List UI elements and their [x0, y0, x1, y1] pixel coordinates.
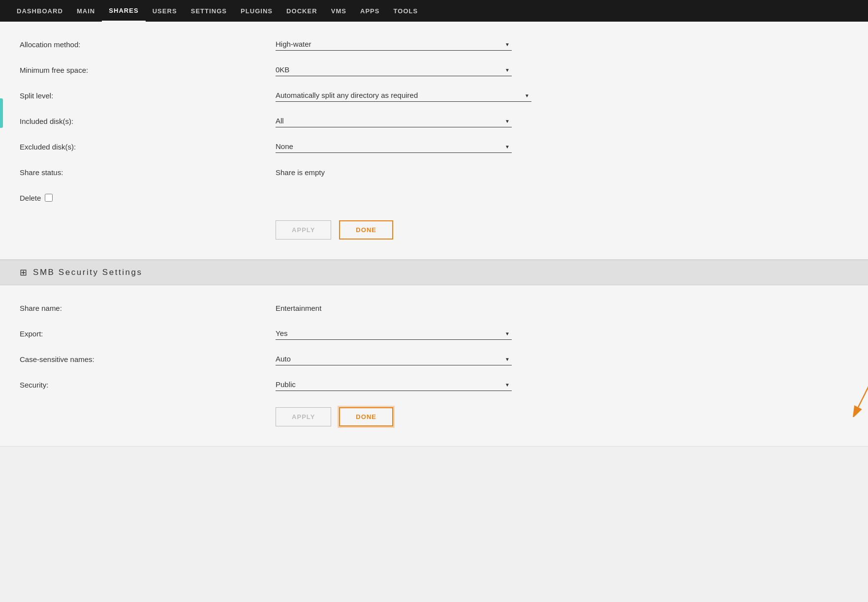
case-sensitive-select-wrapper: Auto Yes No ▼ [276, 353, 512, 365]
nav-dashboard[interactable]: DASHBOARD [10, 0, 70, 22]
share-name-row: Share name: Entertainment [20, 295, 848, 321]
delete-text: Delete [20, 194, 41, 202]
share-status-row: Share status: Share is empty [20, 159, 848, 185]
security-label: Security: [20, 381, 276, 389]
share-name-label: Share name: [20, 304, 276, 312]
minimum-free-space-row: Minimum free space: 0KB 1KB 10KB ▼ [20, 57, 848, 83]
export-label: Export: [20, 330, 276, 338]
included-disks-row: Included disk(s): All Disk 1 Disk 2 ▼ [20, 108, 848, 134]
case-sensitive-row: Case-sensitive names: Auto Yes No ▼ [20, 346, 848, 372]
smb-button-row: APPLY DONE [276, 397, 848, 431]
split-level-select-wrapper: Automatically split any directory as req… [276, 89, 531, 102]
export-select-wrapper: Yes No ▼ [276, 327, 512, 340]
allocation-method-row: Allocation method: High-water Fill-up Mo… [20, 31, 848, 57]
included-disks-select[interactable]: All Disk 1 Disk 2 [276, 115, 512, 127]
delete-label: Delete [20, 194, 276, 202]
nav-apps[interactable]: APPS [353, 0, 387, 22]
share-status-value: Share is empty [276, 168, 522, 177]
share-settings-done-button[interactable]: DONE [339, 220, 393, 240]
split-level-select[interactable]: Automatically split any directory as req… [276, 89, 531, 102]
security-select[interactable]: Public Secure Private [276, 378, 512, 391]
nav-main[interactable]: MAIN [70, 0, 102, 22]
minimum-free-space-value: 0KB 1KB 10KB ▼ [276, 63, 522, 76]
case-sensitive-select[interactable]: Auto Yes No [276, 353, 512, 365]
allocation-method-value: High-water Fill-up Most-free ▼ [276, 38, 522, 51]
included-disks-select-wrapper: All Disk 1 Disk 2 ▼ [276, 115, 512, 127]
share-settings-button-row: APPLY DONE [276, 211, 848, 244]
share-settings-apply-button[interactable]: APPLY [276, 220, 331, 240]
smb-settings-section: Share name: Entertainment Export: Yes No… [0, 285, 868, 447]
case-sensitive-value: Auto Yes No ▼ [276, 353, 522, 365]
share-settings-section: Allocation method: High-water Fill-up Mo… [0, 22, 868, 260]
smb-done-button[interactable]: DONE [339, 407, 393, 426]
allocation-method-select[interactable]: High-water Fill-up Most-free [276, 38, 512, 51]
minimum-free-space-select-wrapper: 0KB 1KB 10KB ▼ [276, 63, 512, 76]
split-level-row: Split level: Automatically split any dir… [20, 83, 848, 108]
excluded-disks-select[interactable]: None Disk 1 Disk 2 [276, 140, 512, 153]
delete-row: Delete [20, 185, 848, 211]
allocation-method-label: Allocation method: [20, 40, 276, 49]
split-level-value: Automatically split any directory as req… [276, 89, 522, 102]
delete-checkbox[interactable] [45, 194, 53, 202]
smb-section-header: ⊞ SMB Security Settings [0, 260, 868, 285]
share-status-label: Share status: [20, 168, 276, 177]
split-level-label: Split level: [20, 91, 276, 100]
nav-plugins[interactable]: PLUGINS [234, 0, 279, 22]
share-name-value: Entertainment [276, 304, 522, 312]
windows-icon: ⊞ [20, 267, 27, 278]
case-sensitive-label: Case-sensitive names: [20, 355, 276, 363]
nav-shares[interactable]: SHARES [102, 0, 145, 22]
minimum-free-space-label: Minimum free space: [20, 66, 276, 74]
excluded-disks-value: None Disk 1 Disk 2 ▼ [276, 140, 522, 153]
nav-tools[interactable]: TOOLS [387, 0, 425, 22]
nav-docker[interactable]: DOCKER [279, 0, 324, 22]
excluded-disks-label: Excluded disk(s): [20, 143, 276, 151]
export-select[interactable]: Yes No [276, 327, 512, 340]
share-status-text: Share is empty [276, 168, 325, 177]
minimum-free-space-select[interactable]: 0KB 1KB 10KB [276, 63, 512, 76]
share-name-text: Entertainment [276, 304, 321, 312]
export-value: Yes No ▼ [276, 327, 522, 340]
included-disks-value: All Disk 1 Disk 2 ▼ [276, 115, 522, 127]
export-row: Export: Yes No ▼ [20, 321, 848, 346]
nav-settings[interactable]: SETTINGS [184, 0, 234, 22]
included-disks-label: Included disk(s): [20, 117, 276, 125]
security-select-wrapper: Public Secure Private ▼ [276, 378, 512, 391]
top-nav: DASHBOARD MAIN SHARES USERS SETTINGS PLU… [0, 0, 868, 22]
security-value: Public Secure Private ▼ [276, 378, 522, 391]
nav-users[interactable]: USERS [146, 0, 184, 22]
smb-section-title: SMB Security Settings [33, 268, 143, 277]
allocation-method-select-wrapper: High-water Fill-up Most-free ▼ [276, 38, 512, 51]
excluded-disks-row: Excluded disk(s): None Disk 1 Disk 2 ▼ [20, 134, 848, 159]
smb-apply-button[interactable]: APPLY [276, 407, 331, 426]
excluded-disks-select-wrapper: None Disk 1 Disk 2 ▼ [276, 140, 512, 153]
left-accent-bar [0, 98, 3, 128]
nav-vms[interactable]: VMS [324, 0, 353, 22]
security-row: Security: Public Secure Private ▼ [20, 372, 848, 397]
